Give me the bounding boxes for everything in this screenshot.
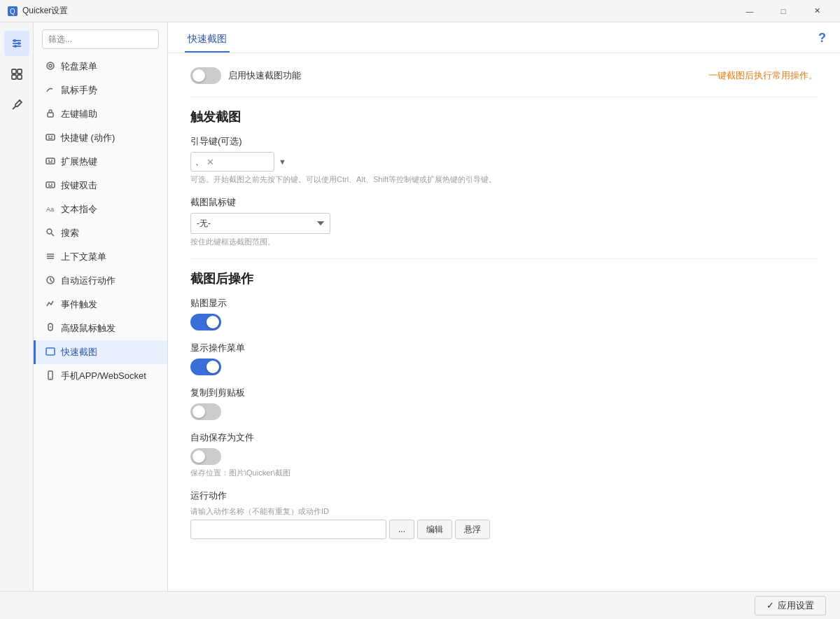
trigger-key-label: 引导键(可选) — [190, 135, 818, 148]
enable-label: 启用快速截图功能 — [228, 69, 301, 82]
quick-screenshot-label: 快速截图 — [61, 346, 97, 359]
copy-clipboard-toggle[interactable] — [190, 403, 221, 420]
auto-save-toggle[interactable] — [190, 448, 221, 465]
trigger-key-row: 引导键(可选) 、 ✕ ▼ 可选。开始截图之前先按下的键。可以使用Ctrl、Al… — [190, 135, 818, 185]
double-click-icon — [46, 180, 55, 192]
text-cmd-label: 文本指令 — [61, 203, 97, 216]
sidebar-icon-panel — [0, 22, 34, 591]
svg-rect-38 — [46, 348, 55, 355]
section-divider-2 — [190, 258, 818, 259]
sidebar-item-quick-screenshot[interactable]: 快速截图 — [34, 340, 167, 364]
run-action-desc: 请输入动作名称（不能有重复）或动作ID — [190, 506, 818, 517]
svg-text:Q: Q — [10, 8, 15, 15]
trigger-key-input-row: 、 ✕ ▼ — [190, 152, 818, 172]
trigger-key-clear[interactable]: ✕ — [206, 157, 214, 167]
sidebar-item-left-key[interactable]: 左键辅助 — [34, 102, 167, 126]
help-icon[interactable]: ? — [818, 30, 826, 45]
content-header: 快速截图 ? — [168, 22, 840, 53]
double-click-label: 按键双击 — [61, 179, 97, 192]
after-section-title: 截图后操作 — [190, 270, 818, 287]
svg-rect-23 — [46, 182, 55, 188]
apply-button[interactable]: ✓ 应用设置 — [755, 596, 826, 615]
trigger-key-desc: 可选。开始截图之前先按下的键。可以使用Ctrl、Alt、Shift等控制键或扩展… — [190, 174, 818, 185]
mouse-gesture-label: 鼠标手势 — [61, 84, 97, 97]
context-menu-label: 上下文菜单 — [61, 251, 106, 263]
copy-clipboard-label: 复制到剪贴板 — [190, 387, 818, 399]
sidebar-item-advanced-mouse[interactable]: 高级鼠标触发 — [34, 317, 167, 340]
sidebar-item-double-click[interactable]: 按键双击 — [34, 174, 167, 197]
auto-run-icon — [46, 275, 55, 287]
run-action-float-button[interactable]: 悬浮 — [455, 520, 490, 539]
sticky-display-toggle[interactable] — [190, 314, 221, 331]
close-button[interactable]: ✕ — [801, 0, 833, 22]
content-area: 快速截图 ? 启用快速截图功能 一键截图后执行常用操作。 触发截图 引导键(可选… — [168, 22, 840, 591]
enable-toggle[interactable] — [190, 67, 221, 84]
sidebar-item-hotkey[interactable]: 快捷键 (动作) — [34, 126, 167, 150]
run-action-row: 运行动作 请输入动作名称（不能有重复）或动作ID ... 编辑 悬浮 — [190, 489, 818, 539]
svg-rect-19 — [46, 158, 55, 164]
trigger-key-dropdown[interactable]: ▼ — [279, 158, 286, 166]
svg-line-35 — [50, 280, 52, 282]
section-divider-1 — [190, 97, 818, 97]
trigger-section: 触发截图 引导键(可选) 、 ✕ ▼ 可选。开始截图之前先按下的键。可以使用Ct… — [190, 109, 818, 247]
mobile-app-icon — [46, 370, 55, 382]
copy-clipboard-row: 复制到剪贴板 — [190, 387, 818, 420]
svg-rect-10 — [12, 75, 16, 79]
window-controls: — □ ✕ — [734, 0, 833, 22]
auto-run-label: 自动运行动作 — [61, 274, 115, 287]
event-trigger-label: 事件触发 — [61, 298, 97, 311]
hotkey-label: 快捷键 (动作) — [61, 132, 115, 144]
sidebar-item-event-trigger[interactable]: 事件触发 — [34, 293, 167, 317]
sidebar-item-ext-hotkey[interactable]: 扩展热键 — [34, 150, 167, 174]
ext-hotkey-label: 扩展热键 — [61, 155, 97, 168]
sidebar-item-wheel-menu[interactable]: 轮盘菜单 — [34, 55, 167, 78]
trigger-key-input[interactable]: 、 ✕ — [190, 152, 274, 172]
svg-line-29 — [52, 233, 55, 236]
svg-rect-9 — [18, 69, 22, 74]
sidebar-item-auto-run[interactable]: 自动运行动作 — [34, 269, 167, 293]
hotkey-icon — [46, 132, 55, 144]
tab-quick-screenshot[interactable]: 快速截图 — [185, 25, 230, 53]
sidebar-item-search[interactable]: 搜索 — [34, 221, 167, 245]
title-bar: Q Quicker设置 — □ ✕ — [0, 0, 840, 22]
show-action-menu-toggle[interactable] — [190, 359, 221, 375]
run-action-edit-button[interactable]: 编辑 — [417, 520, 452, 539]
sidebar-nav: 轮盘菜单鼠标手势左键辅助快捷键 (动作)扩展热键按键双击Aa文本指令搜索上下文菜… — [34, 22, 168, 591]
event-trigger-icon — [46, 299, 55, 311]
svg-text:Aa: Aa — [46, 206, 54, 213]
left-key-label: 左键辅助 — [61, 108, 97, 120]
sidebar-item-context-menu[interactable]: 上下文菜单 — [34, 245, 167, 269]
text-cmd-icon: Aa — [46, 204, 55, 216]
app-icon: Q — [7, 6, 18, 17]
apply-label: 应用设置 — [778, 599, 814, 612]
svg-rect-8 — [12, 69, 16, 74]
sidebar-item-mobile-app[interactable]: 手机APP/WebSocket — [34, 364, 167, 388]
sidebar-item-mouse-gesture[interactable]: 鼠标手势 — [34, 78, 167, 102]
auto-save-label: 自动保存为文件 — [190, 431, 818, 444]
save-path-label: 保存位置：图片\Quicker\截图 — [190, 468, 818, 478]
sidebar-icon-actions[interactable] — [4, 62, 29, 87]
run-action-input-row: ... 编辑 悬浮 — [190, 520, 818, 539]
minimize-button[interactable]: — — [734, 0, 766, 22]
screenshot-mouse-key-desc: 按住此键框选截图范围。 — [190, 237, 818, 247]
show-action-menu-row: 显示操作菜单 — [190, 342, 818, 375]
main-layout: 轮盘菜单鼠标手势左键辅助快捷键 (动作)扩展热键按键双击Aa文本指令搜索上下文菜… — [0, 22, 840, 591]
svg-point-5 — [18, 42, 20, 45]
run-action-label: 运行动作 — [190, 489, 818, 502]
search-label: 搜索 — [61, 227, 79, 239]
maximize-button[interactable]: □ — [767, 0, 799, 22]
sidebar-icon-sliders[interactable] — [4, 31, 29, 56]
screenshot-mouse-key-select[interactable]: -无- — [190, 213, 330, 234]
run-action-dots-button[interactable]: ... — [389, 520, 414, 539]
enable-section: 启用快速截图功能 一键截图后执行常用操作。 — [190, 67, 818, 84]
sidebar-icon-tools[interactable] — [4, 92, 29, 118]
sidebar-item-text-cmd[interactable]: Aa文本指令 — [34, 197, 167, 221]
sticky-display-label: 贴图显示 — [190, 297, 818, 310]
svg-point-13 — [49, 64, 52, 67]
sidebar-search-input[interactable] — [42, 29, 159, 49]
screenshot-mouse-key-row: 截图鼠标键 -无- 按住此键框选截图范围。 — [190, 196, 818, 247]
run-action-input[interactable] — [190, 520, 386, 539]
wheel-menu-label: 轮盘菜单 — [61, 60, 97, 73]
svg-rect-14 — [48, 113, 53, 117]
apply-icon: ✓ — [766, 600, 774, 611]
